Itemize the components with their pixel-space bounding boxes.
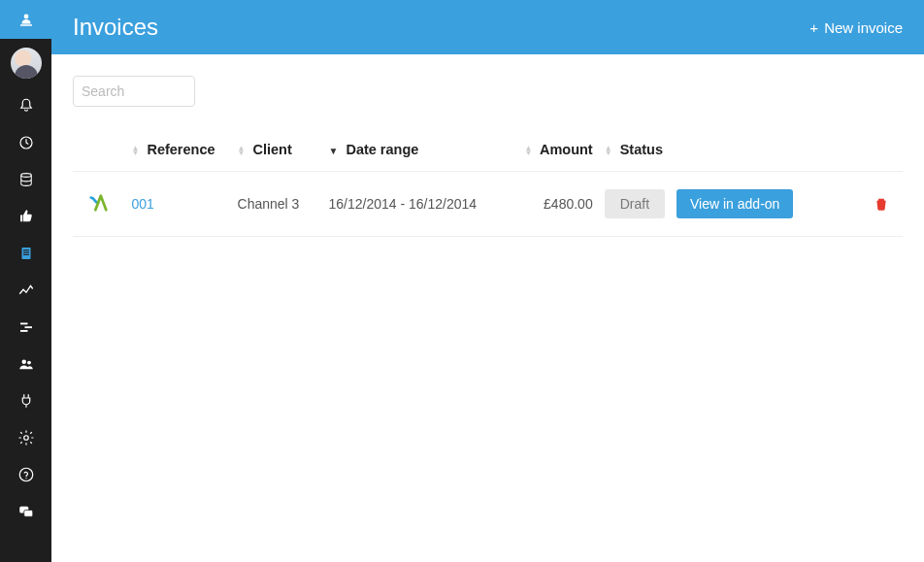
sidebar-avatar[interactable] (0, 39, 51, 87)
sort-icon: ▲▼ (605, 146, 612, 155)
page-title: Invoices (73, 14, 158, 41)
help-icon (17, 466, 35, 483)
sort-desc-icon: ▼ (328, 146, 338, 156)
sidebar-logo[interactable] (0, 0, 51, 39)
sidebar-database[interactable] (0, 161, 51, 198)
page-header: Invoices + New invoice (51, 0, 924, 54)
gear-icon (17, 429, 35, 446)
chat-icon (17, 503, 35, 520)
sidebar-tasks[interactable] (0, 309, 51, 346)
sidebar-invoices[interactable] (0, 235, 51, 272)
svg-point-11 (21, 360, 26, 365)
sort-icon: ▲▼ (131, 146, 139, 155)
chart-line-icon (17, 281, 35, 299)
plus-icon: + (809, 19, 818, 36)
sort-icon: ▲▼ (525, 146, 533, 155)
column-reference[interactable]: ▲▼ Reference (125, 134, 231, 172)
trash-icon (874, 196, 889, 212)
integration-logo-icon (87, 191, 111, 215)
svg-rect-5 (23, 249, 29, 250)
search-input[interactable] (82, 83, 251, 99)
sidebar-notifications[interactable] (0, 87, 51, 124)
column-date-range[interactable]: ▼ Date range (322, 134, 518, 172)
plug-icon (17, 392, 35, 410)
column-amount[interactable]: ▲▼ Amount (519, 134, 599, 172)
sidebar-chat[interactable] (0, 493, 51, 530)
main-area: Invoices + New invoice ▲▼ Reference (51, 0, 924, 562)
svg-point-13 (23, 436, 28, 441)
view-in-addon-button[interactable]: View in add-on (676, 189, 793, 218)
svg-rect-4 (21, 248, 30, 259)
svg-point-14 (19, 468, 33, 481)
thumbs-up-icon (17, 208, 35, 225)
sidebar-users[interactable] (0, 346, 51, 382)
sidebar-settings[interactable] (0, 419, 51, 456)
sidebar-integrations[interactable] (0, 382, 51, 419)
new-invoice-button[interactable]: + New invoice (809, 19, 903, 36)
svg-rect-7 (23, 254, 29, 255)
search-box[interactable] (73, 76, 195, 107)
clock-icon (17, 134, 35, 151)
new-invoice-label: New invoice (824, 19, 903, 36)
sort-icon: ▲▼ (238, 146, 246, 155)
delete-button[interactable] (869, 191, 894, 216)
svg-rect-10 (20, 330, 28, 332)
content: ▲▼ Reference ▲▼ Client ▼ Date range ▲▼ (51, 54, 924, 237)
column-status[interactable]: ▲▼ Status (599, 134, 861, 172)
svg-point-12 (27, 361, 31, 365)
invoices-table: ▲▼ Reference ▲▼ Client ▼ Date range ▲▼ (73, 134, 903, 237)
sidebar-help[interactable] (0, 456, 51, 493)
svg-rect-1 (20, 24, 32, 26)
column-trash (860, 134, 903, 172)
svg-point-3 (20, 174, 31, 178)
document-icon (17, 245, 35, 262)
users-icon (17, 355, 35, 373)
svg-point-0 (23, 15, 28, 19)
list-icon (17, 318, 35, 336)
table-row: 001 Channel 3 16/12/2014 - 16/12/2014 £4… (73, 172, 903, 237)
amount-cell: £480.00 (519, 172, 599, 237)
svg-rect-16 (23, 511, 32, 517)
reference-link[interactable]: 001 (131, 196, 153, 212)
bell-icon (17, 97, 35, 115)
sidebar-approvals[interactable] (0, 198, 51, 235)
date-range-cell: 16/12/2014 - 16/12/2014 (322, 172, 518, 237)
svg-rect-6 (23, 252, 29, 253)
svg-rect-9 (24, 326, 32, 328)
column-icon (73, 134, 125, 172)
svg-rect-8 (20, 323, 28, 325)
database-icon (17, 171, 35, 188)
client-cell: Channel 3 (232, 172, 323, 237)
sidebar-time[interactable] (0, 124, 51, 161)
sidebar (0, 0, 51, 562)
sidebar-reports[interactable] (0, 272, 51, 309)
avatar-icon (11, 48, 42, 79)
status-badge: Draft (605, 189, 665, 218)
column-client[interactable]: ▲▼ Client (232, 134, 323, 172)
app-logo-icon (17, 11, 35, 28)
